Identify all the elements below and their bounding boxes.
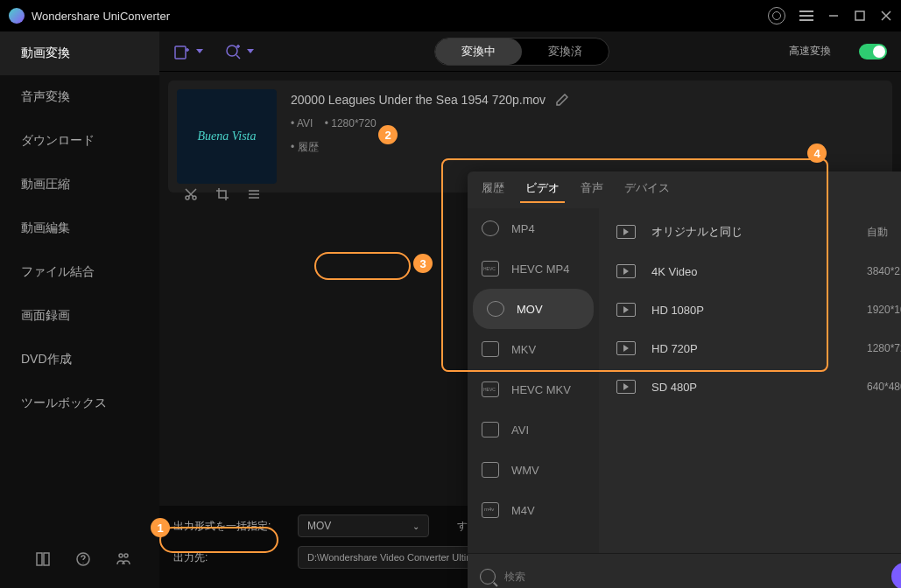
status-tabs: 変換中 変換済 [434, 38, 609, 66]
sidebar: 動画変換 音声変換 ダウンロード 動画圧縮 動画編集 ファイル結合 画面録画 D… [0, 32, 159, 588]
hevc-icon [482, 382, 499, 397]
format-item-hevc-mp4[interactable]: HEVC MP4 [468, 248, 599, 289]
title-bar: Wondershare UniConverter [0, 0, 901, 32]
format-item-hevc-mkv[interactable]: HEVC MKV [468, 369, 599, 410]
svg-rect-0 [855, 11, 864, 20]
format-item-mov[interactable]: MOV [473, 289, 594, 329]
add-file-button[interactable] [173, 43, 203, 60]
output-dest-label: 出力先: [173, 550, 287, 565]
tab-converted[interactable]: 変換済 [522, 38, 609, 65]
resolution-item[interactable]: HD 720P 1280*720 [599, 329, 901, 368]
maximize-button[interactable] [854, 10, 866, 22]
sidebar-item-video-convert[interactable]: 動画変換 [0, 32, 159, 75]
callout-badge-2: 2 [378, 125, 398, 144]
resolution-label: 4K Video [651, 265, 851, 278]
resolution-item[interactable]: オリジナルと同じ 自動 [599, 212, 901, 252]
resolution-dim: 3840*2160 [867, 265, 901, 277]
resolution-label: オリジナルと同じ [651, 224, 851, 240]
sidebar-item-compress[interactable]: 動画圧縮 [0, 163, 159, 206]
callout-badge-3: 3 [413, 254, 433, 273]
crop-icon[interactable] [215, 187, 229, 201]
sidebar-item-download[interactable]: ダウンロード [0, 119, 159, 163]
app-logo-icon [9, 8, 25, 24]
effects-icon[interactable] [247, 187, 261, 201]
svg-rect-5 [37, 553, 42, 565]
disc-icon [482, 220, 499, 236]
callout-badge-1: 1 [151, 518, 170, 537]
sidebar-item-edit[interactable]: 動画編集 [0, 206, 159, 250]
format-dropdown-panel: 履歴 ビデオ 音声 デバイス MP4 HEVC MP4 MOV MKV HEVC… [468, 172, 901, 588]
format-search-input[interactable] [504, 570, 883, 583]
guide-icon[interactable] [35, 551, 51, 567]
svg-rect-1 [175, 46, 186, 59]
video-play-icon [616, 341, 636, 355]
format-item-wmv[interactable]: WMV [468, 450, 599, 490]
highspeed-label: 高速変換 [789, 44, 831, 59]
sidebar-item-merge[interactable]: ファイル結合 [0, 250, 159, 294]
toolbar: 変換中 変換済 高速変換 [159, 32, 901, 72]
svg-point-8 [119, 554, 123, 557]
file-meta-format: AVI [291, 117, 313, 130]
sidebar-item-audio-convert[interactable]: 音声変換 [0, 75, 159, 119]
video-play-icon [616, 225, 636, 239]
format-item-mp4[interactable]: MP4 [468, 208, 599, 248]
chevron-down-icon [247, 49, 254, 53]
file-meta-history: 履歴 [291, 141, 319, 153]
disc-icon [487, 301, 504, 317]
account-icon[interactable] [116, 551, 131, 567]
file-meta-resolution: 1280*720 [325, 117, 377, 130]
sidebar-item-toolbox[interactable]: ツールボックス [0, 382, 159, 425]
video-thumbnail[interactable]: Buena Vista [177, 89, 277, 184]
menu-icon[interactable] [799, 10, 813, 21]
resolution-dim: 1920*1080 [867, 304, 901, 316]
sidebar-item-dvd[interactable]: DVD作成 [0, 338, 159, 382]
format-tab-device[interactable]: デバイス [624, 180, 670, 201]
m4v-icon [482, 502, 499, 518]
user-avatar-icon[interactable] [768, 7, 785, 24]
resolution-dim: 1280*720 [867, 342, 901, 354]
format-tab-audio[interactable]: 音声 [581, 180, 603, 201]
format-list: MP4 HEVC MP4 MOV MKV HEVC MKV AVI WMV M4… [468, 208, 599, 553]
film-icon [482, 462, 499, 478]
search-icon [480, 569, 496, 584]
highlight-mov [314, 252, 411, 280]
video-play-icon [616, 303, 636, 317]
add-url-button[interactable] [224, 43, 254, 60]
resolution-dim: 640*480 [867, 381, 901, 393]
resolution-item[interactable]: HD 1080P 1920*1080 [599, 290, 901, 329]
hevc-icon [482, 261, 499, 276]
content-area: 変換中 変換済 高速変換 Buena Vista 200 [159, 32, 901, 588]
video-icon [482, 341, 499, 357]
output-format-select[interactable]: MOV ⌄ [298, 514, 429, 537]
resolution-label: HD 720P [651, 342, 851, 355]
callout-badge-4: 4 [807, 144, 827, 163]
format-item-avi[interactable]: AVI [468, 410, 599, 450]
sidebar-item-record[interactable]: 画面録画 [0, 294, 159, 338]
video-play-icon [616, 264, 636, 278]
minimize-button[interactable] [827, 10, 840, 22]
format-item-m4v[interactable]: M4V [468, 490, 599, 530]
app-title: Wondershare UniConverter [32, 10, 761, 23]
chevron-down-icon [196, 49, 203, 53]
edit-name-icon[interactable] [556, 94, 568, 106]
resolution-list: オリジナルと同じ 自動 4K Video 3840*2160 HD 1080P … [599, 208, 901, 553]
resolution-dim: 自動 [867, 225, 901, 240]
film-icon [482, 422, 499, 438]
format-item-mkv[interactable]: MKV [468, 329, 599, 369]
file-name-label: 20000 Leagues Under the Sea 1954 720p.mo… [291, 93, 546, 107]
close-button[interactable] [880, 10, 892, 22]
help-icon[interactable] [75, 551, 91, 567]
format-tab-history[interactable]: 履歴 [482, 180, 504, 201]
resolution-item[interactable]: 4K Video 3840*2160 [599, 252, 901, 290]
cut-icon[interactable] [184, 187, 198, 201]
resolution-item[interactable]: SD 480P 640*480 [599, 368, 901, 406]
highspeed-toggle[interactable] [859, 44, 887, 60]
resolution-label: HD 1080P [651, 304, 851, 317]
format-tab-video[interactable]: ビデオ [525, 180, 560, 201]
svg-point-9 [124, 554, 128, 557]
video-play-icon [616, 380, 636, 394]
output-format-label: 出力形式を一括指定: [173, 519, 287, 534]
tab-converting[interactable]: 変換中 [435, 38, 522, 65]
customize-button[interactable]: カスタマイズ [891, 563, 901, 588]
svg-point-2 [227, 46, 237, 56]
